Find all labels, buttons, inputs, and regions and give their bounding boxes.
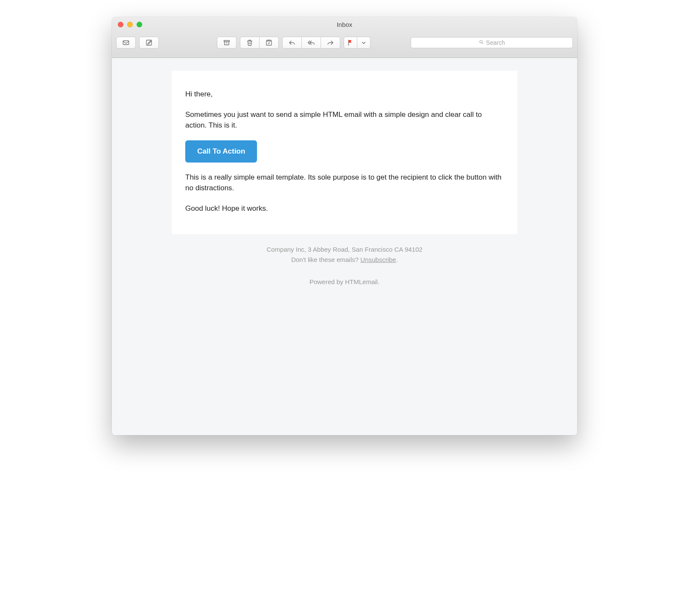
- archive-button[interactable]: [217, 37, 236, 49]
- search-wrap: Search: [374, 37, 573, 48]
- search-placeholder: Search: [486, 39, 505, 46]
- window-controls: [112, 22, 142, 27]
- content-area: Hi there, Sometimes you just want to sen…: [112, 58, 577, 435]
- forward-icon: [327, 39, 334, 46]
- footer-powered-line: Powered by HTMLemail.: [172, 277, 517, 287]
- flag-dropdown-button[interactable]: [357, 37, 371, 49]
- email-body: Hi there, Sometimes you just want to sen…: [172, 71, 517, 234]
- forward-button[interactable]: [321, 37, 340, 49]
- email-footer: Company Inc, 3 Abbey Road, San Francisco…: [172, 244, 517, 287]
- email-greeting: Hi there,: [185, 89, 504, 100]
- search-icon: [479, 39, 484, 46]
- search-input[interactable]: Search: [411, 37, 573, 48]
- footer-unsubscribe-line: Don't like these emails? Unsubscribe.: [172, 255, 517, 265]
- delete-junk-group: [240, 37, 279, 49]
- svg-rect-0: [123, 41, 129, 45]
- footer-address: Company Inc, 3 Abbey Road, San Francisco…: [172, 244, 517, 255]
- delete-button[interactable]: [240, 37, 260, 49]
- unsubscribe-link[interactable]: Unsubscribe: [360, 256, 396, 263]
- compose-button[interactable]: [139, 37, 159, 49]
- reply-all-icon: [307, 39, 315, 46]
- unsubscribe-suffix: .: [396, 256, 398, 263]
- minimize-window-button[interactable]: [127, 22, 133, 27]
- toolbar: Search: [112, 32, 577, 58]
- powered-brand: HTMLemail: [345, 278, 378, 285]
- reply-all-button[interactable]: [301, 37, 321, 49]
- flag-button[interactable]: [344, 37, 357, 49]
- reply-icon: [288, 39, 296, 46]
- unsubscribe-prefix: Don't like these emails?: [291, 256, 360, 263]
- junk-icon: [265, 39, 273, 46]
- window-title: Inbox: [112, 21, 577, 28]
- zoom-window-button[interactable]: [137, 22, 142, 27]
- powered-suffix: .: [378, 278, 380, 285]
- mailboxes-button[interactable]: [116, 37, 136, 49]
- chevron-down-icon: [360, 39, 368, 46]
- reply-button[interactable]: [282, 37, 302, 49]
- mail-window: Inbox: [112, 17, 577, 435]
- trash-icon: [246, 39, 254, 46]
- reply-forward-group: [282, 37, 340, 49]
- svg-rect-2: [224, 41, 230, 42]
- cta-label: Call To Action: [197, 147, 245, 155]
- close-window-button[interactable]: [118, 22, 123, 27]
- mailboxes-icon: [122, 39, 130, 46]
- powered-prefix: Powered by: [309, 278, 345, 285]
- cta-button[interactable]: Call To Action: [185, 140, 257, 163]
- email-intro: Sometimes you just want to send a simple…: [185, 109, 504, 131]
- svg-point-4: [480, 41, 482, 43]
- junk-button[interactable]: [259, 37, 279, 49]
- archive-icon: [223, 39, 231, 46]
- titlebar-top: Inbox: [112, 17, 577, 32]
- email-body2: This is a really simple email template. …: [185, 172, 504, 194]
- compose-icon: [145, 39, 153, 46]
- titlebar: Inbox: [112, 17, 577, 58]
- flag-group: [344, 37, 371, 49]
- flag-icon: [347, 39, 354, 46]
- email-closing: Good luck! Hope it works.: [185, 203, 504, 214]
